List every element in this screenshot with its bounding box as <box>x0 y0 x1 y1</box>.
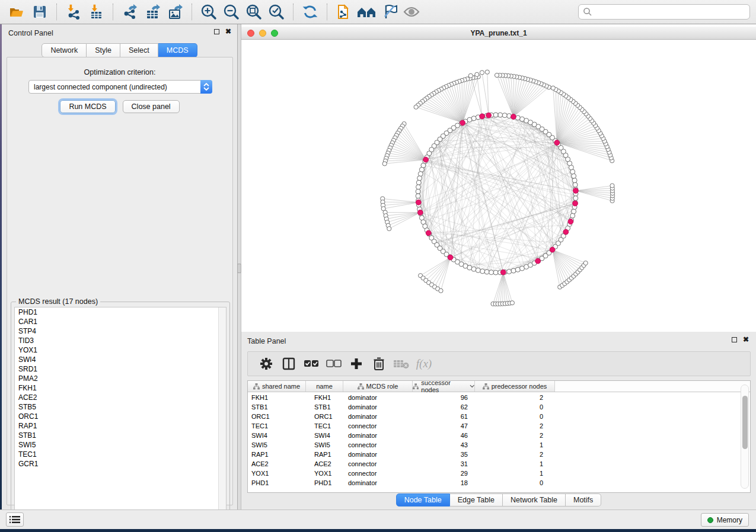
mcds-result-item[interactable]: STB5 <box>15 402 226 412</box>
column-header-name[interactable]: name <box>306 381 343 392</box>
network-leaf-node[interactable] <box>510 301 514 305</box>
tab-select[interactable]: Select <box>120 43 158 57</box>
network-leaf-node[interactable] <box>485 70 489 74</box>
mcds-list-scrollbar[interactable] <box>218 307 226 518</box>
mcds-result-item[interactable]: TEC1 <box>15 450 226 459</box>
network-leaf-node[interactable] <box>475 72 479 76</box>
network-mcds-node[interactable] <box>423 157 429 162</box>
column-header-successor-nodes[interactable]: successor nodes <box>413 381 475 392</box>
delete-column-button[interactable] <box>368 354 390 374</box>
close-panel-button[interactable]: Close panel <box>123 100 180 113</box>
network-node[interactable] <box>416 180 421 185</box>
network-node[interactable] <box>507 269 512 274</box>
tab-edge-table[interactable]: Edge Table <box>450 493 503 507</box>
table-settings-button[interactable] <box>255 354 277 374</box>
network-node[interactable] <box>498 113 503 117</box>
zoom-selected-button[interactable] <box>265 2 288 22</box>
network-node[interactable] <box>418 172 423 177</box>
mcds-result-item[interactable]: RAP1 <box>15 421 226 431</box>
mcds-result-item[interactable]: ORC1 <box>15 412 226 421</box>
mcds-result-item[interactable]: PHD1 <box>15 307 226 317</box>
task-history-button[interactable] <box>6 512 24 527</box>
network-leaf-node[interactable] <box>382 162 387 166</box>
network-leaf-node[interactable] <box>387 226 391 230</box>
add-column-button[interactable] <box>345 354 368 374</box>
network-node[interactable] <box>417 176 422 181</box>
network-mcds-node[interactable] <box>554 140 560 145</box>
column-header-predecessor-nodes[interactable]: predecessor nodes <box>475 381 555 392</box>
table-row[interactable]: TEC1TEC1connector472 <box>248 421 750 431</box>
network-mcds-node[interactable] <box>417 210 423 215</box>
mcds-result-item[interactable]: YOX1 <box>15 345 226 355</box>
import-network-button[interactable] <box>62 2 85 22</box>
export-image-button[interactable] <box>164 2 186 22</box>
new-network-from-selection-button[interactable] <box>333 2 355 22</box>
network-leaf-node[interactable] <box>480 70 484 75</box>
network-canvas[interactable] <box>241 40 756 332</box>
show-all-button[interactable] <box>400 2 423 22</box>
export-network-button[interactable] <box>119 2 141 22</box>
run-mcds-button[interactable]: Run MCDS <box>60 100 115 113</box>
tab-node-table[interactable]: Node Table <box>396 493 450 507</box>
table-scrollbar-thumb[interactable] <box>742 396 748 449</box>
table-row[interactable]: RAP1RAP1dominator352 <box>248 450 750 459</box>
mcds-result-item[interactable]: GCR1 <box>15 459 226 469</box>
network-node[interactable] <box>572 178 577 183</box>
column-header-shared-name[interactable]: shared name <box>248 381 306 392</box>
mcds-result-item[interactable]: TID3 <box>15 336 226 345</box>
open-file-button[interactable] <box>6 2 28 22</box>
tab-network[interactable]: Network <box>42 43 87 57</box>
network-leaf-node[interactable] <box>495 73 499 77</box>
network-node[interactable] <box>416 194 420 198</box>
network-mcds-node[interactable] <box>426 230 431 236</box>
save-session-button[interactable] <box>28 2 51 22</box>
network-leaf-node[interactable] <box>414 105 418 109</box>
show-column-panel-button[interactable] <box>277 354 300 374</box>
close-panel-icon[interactable]: ✖ <box>225 29 231 34</box>
table-row[interactable]: PHD1PHD1dominator180 <box>248 478 750 488</box>
network-leaf-node[interactable] <box>551 86 555 90</box>
function-builder-button[interactable]: f(x) <box>413 354 435 374</box>
zoom-out-button[interactable] <box>220 2 243 22</box>
search-box[interactable] <box>578 4 750 20</box>
network-leaf-node[interactable] <box>439 289 443 293</box>
float-table-panel-icon[interactable] <box>732 337 737 342</box>
network-node[interactable] <box>476 268 480 273</box>
network-leaf-node[interactable] <box>610 184 614 188</box>
deselect-all-button[interactable] <box>323 354 345 374</box>
network-node[interactable] <box>502 113 507 118</box>
network-titlebar[interactable]: YPA_prune.txt_1 <box>241 27 756 40</box>
network-mcds-node[interactable] <box>563 229 569 235</box>
zoom-fit-button[interactable] <box>243 2 265 22</box>
table-row[interactable]: ACE2ACE2connector311 <box>248 459 750 469</box>
network-node[interactable] <box>484 270 489 274</box>
table-row[interactable]: FKH1FKH1dominator962 <box>248 393 750 402</box>
table-row[interactable]: ORC1ORC1dominator610 <box>248 412 750 421</box>
network-leaf-node[interactable] <box>468 73 473 78</box>
mcds-result-list[interactable]: PHD1CAR1STP4TID3YOX1SWI4SRD1PMA2FKH1ACE2… <box>14 307 227 518</box>
network-mcds-node[interactable] <box>416 200 421 205</box>
tab-network-table[interactable]: Network Table <box>503 493 566 507</box>
delete-table-button[interactable] <box>390 354 413 374</box>
table-row[interactable]: SWI5SWI5connector431 <box>248 440 750 450</box>
apply-layout-button[interactable] <box>299 2 321 22</box>
close-table-panel-icon[interactable]: ✖ <box>743 337 749 342</box>
network-mcds-node[interactable] <box>550 247 555 252</box>
import-table-button[interactable] <box>85 2 107 22</box>
network-mcds-node[interactable] <box>486 113 492 118</box>
tab-motifs[interactable]: Motifs <box>566 493 601 507</box>
table-row[interactable]: SWI4SWI4dominator462 <box>248 431 750 440</box>
select-all-button[interactable] <box>300 354 323 374</box>
network-mcds-node[interactable] <box>500 270 506 275</box>
network-mcds-node[interactable] <box>573 188 579 194</box>
table-scrollbar[interactable] <box>741 384 749 489</box>
column-header-MCDS-role[interactable]: MCDS role <box>343 381 413 392</box>
mcds-result-item[interactable]: PMA2 <box>15 374 226 383</box>
mcds-result-item[interactable]: SWI5 <box>15 440 226 450</box>
network-mcds-node[interactable] <box>448 255 453 260</box>
splitter-grip[interactable] <box>237 264 241 273</box>
mcds-result-item[interactable]: STP4 <box>15 326 226 336</box>
network-node[interactable] <box>416 189 420 194</box>
search-input[interactable] <box>592 8 745 16</box>
mcds-result-item[interactable]: SWI4 <box>15 355 226 364</box>
